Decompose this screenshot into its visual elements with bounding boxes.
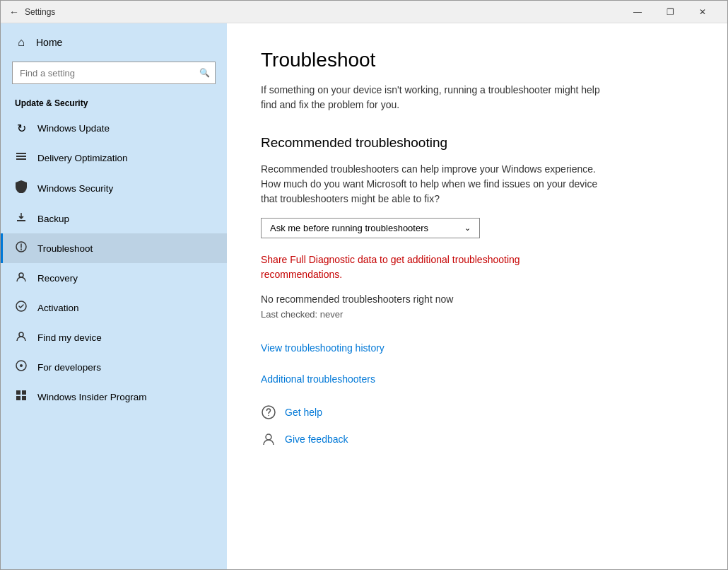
svg-point-9	[20, 364, 23, 367]
close-button[interactable]: ✕	[686, 1, 719, 23]
backup-icon	[15, 211, 28, 226]
titlebar: ← Settings — ❐ ✕	[1, 1, 727, 23]
back-icon[interactable]: ←	[9, 6, 19, 18]
svg-rect-13	[22, 396, 26, 400]
last-checked-text: Last checked: never	[261, 309, 693, 320]
sidebar-item-troubleshoot[interactable]: Troubleshoot	[1, 233, 227, 263]
svg-rect-12	[16, 396, 20, 400]
sidebar-item-recovery[interactable]: Recovery	[1, 263, 227, 293]
svg-point-16	[266, 434, 271, 440]
sidebar: ⌂ Home 🔍 Update & Security ↻ Windows Upd…	[1, 23, 227, 569]
page-description: If something on your device isn't workin…	[261, 83, 600, 112]
windows-security-icon	[15, 180, 28, 196]
content-area: ⌂ Home 🔍 Update & Security ↻ Windows Upd…	[1, 23, 727, 569]
maximize-button[interactable]: ❐	[654, 1, 686, 23]
sidebar-item-label: Recovery	[37, 273, 78, 284]
sidebar-item-find-my-device[interactable]: Find my device	[1, 322, 227, 352]
no-troubleshooters-text: No recommended troubleshooters right now	[261, 293, 693, 305]
view-history-link[interactable]: View troubleshooting history	[261, 342, 693, 354]
sidebar-item-label: Activation	[37, 303, 79, 313]
sidebar-item-activation[interactable]: Activation	[1, 293, 227, 322]
svg-rect-1	[16, 156, 26, 157]
windows-insider-icon	[15, 390, 28, 404]
svg-rect-3	[17, 220, 25, 221]
svg-rect-10	[16, 390, 20, 395]
home-icon: ⌂	[15, 36, 28, 49]
find-my-device-icon	[15, 330, 28, 344]
sidebar-item-delivery-optimization[interactable]: Delivery Optimization	[1, 143, 227, 173]
sidebar-item-backup[interactable]: Backup	[1, 204, 227, 233]
svg-point-15	[268, 415, 269, 417]
sidebar-home-label: Home	[36, 37, 62, 48]
sidebar-item-label: For developers	[37, 362, 101, 373]
app-window: ← Settings — ❐ ✕ ⌂ Home 🔍 Update & Secur…	[0, 0, 728, 570]
sidebar-item-windows-security[interactable]: Windows Security	[1, 173, 227, 204]
svg-point-5	[19, 273, 23, 277]
window-title: Settings	[25, 7, 621, 17]
minimize-button[interactable]: —	[621, 1, 654, 23]
help-items: Get help Give feedback	[261, 405, 693, 447]
sidebar-item-label: Windows Insider Program	[37, 392, 147, 402]
recovery-icon	[15, 271, 28, 285]
sidebar-item-home[interactable]: ⌂ Home	[1, 23, 227, 62]
troubleshoot-icon	[15, 241, 28, 255]
windows-update-icon: ↻	[15, 122, 28, 135]
sidebar-item-label: Troubleshoot	[37, 243, 93, 254]
main-panel: Troubleshoot If something on your device…	[227, 23, 727, 569]
share-diagnostic-link[interactable]: Share Full Diagnostic data to get additi…	[261, 252, 572, 282]
get-help-link[interactable]: Get help	[285, 407, 322, 418]
chevron-down-icon: ⌄	[464, 223, 471, 233]
search-input[interactable]	[12, 62, 216, 84]
sidebar-item-label: Find my device	[37, 332, 102, 343]
delivery-optimization-icon	[15, 151, 28, 165]
sidebar-item-windows-update[interactable]: ↻ Windows Update	[1, 114, 227, 143]
recommended-section-title: Recommended troubleshooting	[261, 135, 693, 151]
sidebar-item-windows-insider[interactable]: Windows Insider Program	[1, 382, 227, 412]
sidebar-item-label: Windows Update	[37, 123, 110, 134]
page-title: Troubleshoot	[261, 49, 693, 71]
activation-icon	[15, 301, 28, 315]
additional-troubleshooters-link[interactable]: Additional troubleshooters	[261, 373, 693, 385]
get-help-icon	[261, 405, 276, 420]
sidebar-section-title: Update & Security	[1, 93, 227, 114]
window-controls: — ❐ ✕	[621, 1, 719, 23]
svg-point-7	[19, 332, 23, 337]
svg-rect-2	[16, 158, 26, 160]
sidebar-item-label: Backup	[37, 214, 69, 224]
give-feedback-link[interactable]: Give feedback	[285, 434, 348, 445]
sidebar-item-label: Windows Security	[37, 183, 113, 194]
recommended-section-desc: Recommended troubleshooters can help imp…	[261, 162, 600, 207]
give-feedback-icon	[261, 431, 276, 447]
sidebar-item-for-developers[interactable]: For developers	[1, 352, 227, 382]
svg-rect-11	[22, 390, 26, 395]
for-developers-icon	[15, 360, 28, 374]
dropdown-value: Ask me before running troubleshooters	[270, 223, 428, 233]
sidebar-search-container: 🔍	[12, 62, 216, 84]
sidebar-item-label: Delivery Optimization	[37, 153, 128, 163]
give-feedback-item[interactable]: Give feedback	[261, 431, 693, 447]
svg-rect-0	[16, 153, 26, 154]
troubleshoot-preference-dropdown[interactable]: Ask me before running troubleshooters ⌄	[261, 218, 480, 238]
get-help-item[interactable]: Get help	[261, 405, 693, 420]
search-icon: 🔍	[199, 68, 210, 78]
